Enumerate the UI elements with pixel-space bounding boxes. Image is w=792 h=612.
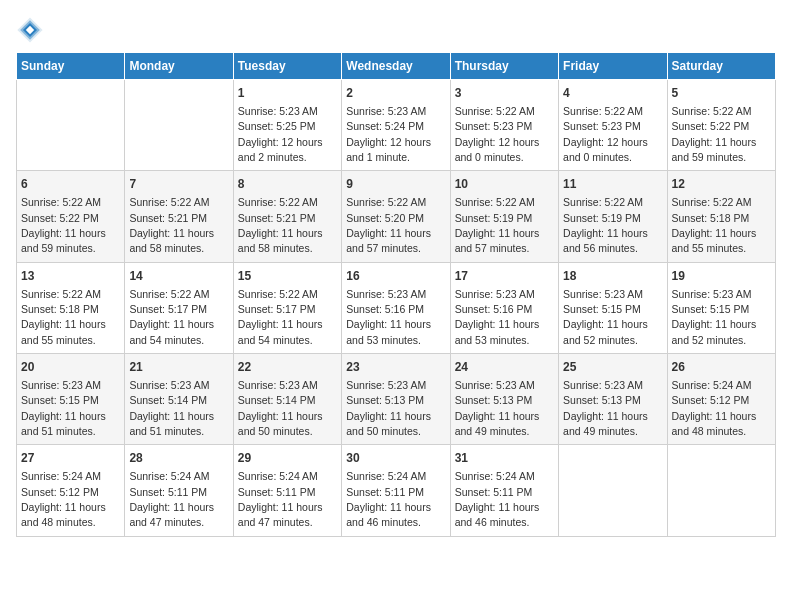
day-number: 8 xyxy=(238,176,337,193)
cell-line: Daylight: 11 hours xyxy=(346,227,431,239)
cell-line: Sunset: 5:20 PM xyxy=(346,212,424,224)
column-header-monday: Monday xyxy=(125,53,233,80)
cell-line: and 50 minutes. xyxy=(238,425,313,437)
cell-line: and 51 minutes. xyxy=(129,425,204,437)
cell-line: and 52 minutes. xyxy=(672,334,747,346)
cell-line: Sunrise: 5:24 AM xyxy=(21,470,101,482)
cell-line: Sunrise: 5:24 AM xyxy=(455,470,535,482)
cell-line: Daylight: 11 hours xyxy=(21,501,106,513)
column-header-thursday: Thursday xyxy=(450,53,558,80)
column-header-wednesday: Wednesday xyxy=(342,53,450,80)
cell-line: Sunrise: 5:24 AM xyxy=(346,470,426,482)
calendar-cell: 7Sunrise: 5:22 AMSunset: 5:21 PMDaylight… xyxy=(125,171,233,262)
cell-line: Sunrise: 5:23 AM xyxy=(21,379,101,391)
cell-line: Sunset: 5:15 PM xyxy=(21,394,99,406)
cell-line: Sunrise: 5:23 AM xyxy=(346,105,426,117)
cell-line: Sunrise: 5:23 AM xyxy=(129,379,209,391)
cell-line: Daylight: 11 hours xyxy=(346,410,431,422)
day-number: 18 xyxy=(563,268,662,285)
calendar-cell: 31Sunrise: 5:24 AMSunset: 5:11 PMDayligh… xyxy=(450,445,558,536)
cell-line: Daylight: 12 hours xyxy=(346,136,431,148)
cell-line: Sunset: 5:21 PM xyxy=(238,212,316,224)
calendar-cell: 15Sunrise: 5:22 AMSunset: 5:17 PMDayligh… xyxy=(233,262,341,353)
cell-line: and 55 minutes. xyxy=(672,242,747,254)
cell-line: Sunrise: 5:23 AM xyxy=(672,288,752,300)
cell-line: Sunrise: 5:22 AM xyxy=(129,196,209,208)
cell-line: Sunset: 5:13 PM xyxy=(563,394,641,406)
day-number: 4 xyxy=(563,85,662,102)
calendar-cell: 18Sunrise: 5:23 AMSunset: 5:15 PMDayligh… xyxy=(559,262,667,353)
cell-line: Daylight: 11 hours xyxy=(455,501,540,513)
cell-line: and 0 minutes. xyxy=(563,151,632,163)
calendar-week-5: 27Sunrise: 5:24 AMSunset: 5:12 PMDayligh… xyxy=(17,445,776,536)
cell-line: and 48 minutes. xyxy=(672,425,747,437)
day-number: 26 xyxy=(672,359,771,376)
day-number: 1 xyxy=(238,85,337,102)
cell-line: Sunset: 5:16 PM xyxy=(346,303,424,315)
day-number: 21 xyxy=(129,359,228,376)
cell-line: Sunrise: 5:22 AM xyxy=(129,288,209,300)
calendar-cell: 25Sunrise: 5:23 AMSunset: 5:13 PMDayligh… xyxy=(559,354,667,445)
calendar-cell: 14Sunrise: 5:22 AMSunset: 5:17 PMDayligh… xyxy=(125,262,233,353)
cell-line: and 51 minutes. xyxy=(21,425,96,437)
cell-line: Sunset: 5:23 PM xyxy=(455,120,533,132)
cell-line: Sunset: 5:19 PM xyxy=(455,212,533,224)
cell-line: Daylight: 11 hours xyxy=(129,227,214,239)
cell-line: Daylight: 11 hours xyxy=(455,410,540,422)
cell-line: Sunrise: 5:22 AM xyxy=(238,196,318,208)
cell-line: and 54 minutes. xyxy=(238,334,313,346)
day-number: 30 xyxy=(346,450,445,467)
cell-line: Sunset: 5:18 PM xyxy=(21,303,99,315)
cell-line: Sunset: 5:11 PM xyxy=(346,486,424,498)
cell-line: Daylight: 11 hours xyxy=(672,227,757,239)
calendar-cell: 10Sunrise: 5:22 AMSunset: 5:19 PMDayligh… xyxy=(450,171,558,262)
day-number: 9 xyxy=(346,176,445,193)
cell-line: Daylight: 11 hours xyxy=(455,318,540,330)
cell-line: Sunset: 5:14 PM xyxy=(129,394,207,406)
logo xyxy=(16,16,48,44)
cell-line: Daylight: 11 hours xyxy=(672,318,757,330)
calendar-cell: 9Sunrise: 5:22 AMSunset: 5:20 PMDaylight… xyxy=(342,171,450,262)
day-number: 24 xyxy=(455,359,554,376)
cell-line: Daylight: 11 hours xyxy=(563,410,648,422)
cell-line: Daylight: 11 hours xyxy=(672,410,757,422)
cell-line: and 54 minutes. xyxy=(129,334,204,346)
cell-line: Sunrise: 5:22 AM xyxy=(563,196,643,208)
calendar-cell xyxy=(667,445,775,536)
calendar-cell: 26Sunrise: 5:24 AMSunset: 5:12 PMDayligh… xyxy=(667,354,775,445)
calendar-cell xyxy=(125,80,233,171)
cell-line: Daylight: 11 hours xyxy=(563,227,648,239)
cell-line: Sunrise: 5:22 AM xyxy=(346,196,426,208)
page-header xyxy=(16,16,776,44)
cell-line: and 48 minutes. xyxy=(21,516,96,528)
day-number: 16 xyxy=(346,268,445,285)
cell-line: Sunrise: 5:22 AM xyxy=(672,196,752,208)
cell-line: Daylight: 11 hours xyxy=(563,318,648,330)
cell-line: Sunset: 5:18 PM xyxy=(672,212,750,224)
cell-line: Sunrise: 5:23 AM xyxy=(346,379,426,391)
cell-line: Sunrise: 5:22 AM xyxy=(238,288,318,300)
day-number: 5 xyxy=(672,85,771,102)
cell-line: Daylight: 12 hours xyxy=(455,136,540,148)
calendar-cell: 29Sunrise: 5:24 AMSunset: 5:11 PMDayligh… xyxy=(233,445,341,536)
cell-line: Sunset: 5:16 PM xyxy=(455,303,533,315)
column-header-saturday: Saturday xyxy=(667,53,775,80)
cell-line: Sunset: 5:17 PM xyxy=(238,303,316,315)
calendar-cell: 13Sunrise: 5:22 AMSunset: 5:18 PMDayligh… xyxy=(17,262,125,353)
cell-line: Daylight: 11 hours xyxy=(238,410,323,422)
cell-line: Sunset: 5:12 PM xyxy=(21,486,99,498)
cell-line: Daylight: 11 hours xyxy=(21,227,106,239)
cell-line: Daylight: 11 hours xyxy=(672,136,757,148)
calendar-cell: 12Sunrise: 5:22 AMSunset: 5:18 PMDayligh… xyxy=(667,171,775,262)
cell-line: Sunset: 5:21 PM xyxy=(129,212,207,224)
cell-line: Daylight: 11 hours xyxy=(238,318,323,330)
cell-line: and 58 minutes. xyxy=(129,242,204,254)
day-number: 11 xyxy=(563,176,662,193)
cell-line: and 47 minutes. xyxy=(129,516,204,528)
day-number: 20 xyxy=(21,359,120,376)
cell-line: Daylight: 11 hours xyxy=(238,501,323,513)
cell-line: and 57 minutes. xyxy=(346,242,421,254)
calendar-cell: 1Sunrise: 5:23 AMSunset: 5:25 PMDaylight… xyxy=(233,80,341,171)
cell-line: Sunset: 5:17 PM xyxy=(129,303,207,315)
calendar-cell xyxy=(17,80,125,171)
